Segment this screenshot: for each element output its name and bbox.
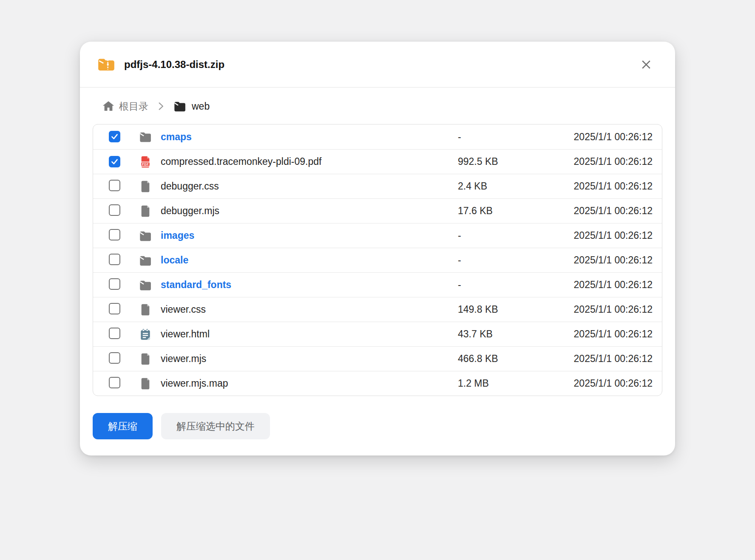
check-icon [110,157,119,166]
file-table: PDF cmaps - 2025/1/1 00:26:12 [93,124,662,396]
dialog-title: pdfjs-4.10.38-dist.zip [124,59,638,71]
entry-size: - [458,230,555,241]
entry-name[interactable]: locale [161,255,458,266]
dialog-header: pdfjs-4.10.38-dist.zip [80,42,675,88]
folder-icon [139,278,152,292]
entry-name[interactable]: images [161,230,458,241]
entry-size: - [458,131,555,143]
entry-date: 2025/1/1 00:26:12 [555,156,653,167]
row-checkbox[interactable] [109,254,120,265]
table-row[interactable]: PDF compressed.tracemonkey-pldi-09.pd [93,149,662,174]
checkbox-cell [109,204,139,218]
entry-name[interactable]: compressed.tracemonkey-pldi-09.pdf [161,156,458,167]
file-icon [139,204,152,218]
row-checkbox[interactable] [109,229,120,240]
checkbox-cell [109,156,139,168]
entry-name[interactable]: viewer.css [161,304,458,315]
entry-date: 2025/1/1 00:26:12 [555,181,653,192]
checkbox-cell [109,328,139,341]
entry-date: 2025/1/1 00:26:12 [555,378,653,389]
row-checkbox[interactable] [109,352,120,364]
zip-viewer-dialog: pdfjs-4.10.38-dist.zip 根目录 [80,42,675,455]
entry-name[interactable]: cmaps [161,131,458,143]
dialog-content: 根目录 web [80,99,675,455]
entry-date: 2025/1/1 00:26:12 [555,255,653,266]
table-row[interactable]: PDF viewer.html 43.7 KB 2025/ [93,322,662,346]
entry-date: 2025/1/1 00:26:12 [555,205,653,217]
entry-date: 2025/1/1 00:26:12 [555,230,653,241]
row-checkbox[interactable] [109,131,120,142]
entry-name[interactable]: viewer.mjs.map [161,378,458,389]
file-icon [139,377,152,390]
entry-size: 149.8 KB [458,304,555,315]
html-file-icon [139,328,152,341]
table-row[interactable]: PDF standard_fonts - 2025/1/1 [93,272,662,297]
table-row[interactable]: PDF images - 2025/1/1 00:26:1 [93,223,662,248]
file-icon [139,180,152,193]
entry-date: 2025/1/1 00:26:12 [555,328,653,340]
checkbox-cell [109,377,139,390]
entry-date: 2025/1/1 00:26:12 [555,131,653,143]
checkbox-cell [109,352,139,365]
checkbox-cell [109,303,139,316]
entry-size: - [458,255,555,266]
svg-text:PDF: PDF [142,162,149,166]
entry-size: 1.2 MB [458,378,555,389]
table-row[interactable]: PDF cmaps - 2025/1/1 00:26:12 [93,124,662,149]
breadcrumb: 根目录 web [102,99,662,113]
folder-icon [139,130,152,144]
pdf-file-icon: PDF [139,155,152,169]
row-checkbox[interactable] [109,180,120,191]
checkbox-cell [109,131,139,143]
table-row[interactable]: PDF locale - 2025/1/1 00:26:1 [93,248,662,272]
entry-size: 2.4 KB [458,181,555,192]
table-row[interactable]: PDF debugger.mjs 17.6 KB 2025 [93,198,662,223]
entry-name[interactable]: standard_fonts [161,279,458,291]
row-checkbox[interactable] [109,278,120,290]
checkbox-cell [109,278,139,291]
chevron-right-icon [155,101,166,112]
entry-date: 2025/1/1 00:26:12 [555,304,653,315]
entry-size: 466.8 KB [458,353,555,365]
folder-icon [139,254,152,267]
entry-size: 992.5 KB [458,156,555,167]
table-row[interactable]: PDF debugger.css 2.4 KB 2025/ [93,174,662,198]
breadcrumb-root[interactable]: 根目录 [119,100,148,113]
entry-name[interactable]: viewer.html [161,328,458,340]
entry-name[interactable]: debugger.css [161,181,458,192]
table-row[interactable]: PDF viewer.mjs 466.8 KB 2025/ [93,346,662,371]
entry-name[interactable]: viewer.mjs [161,353,458,365]
checkbox-cell [109,229,139,242]
extract-all-button[interactable]: 解压缩 [93,413,153,439]
zip-folder-icon [97,57,116,73]
folder-icon [139,229,152,243]
close-icon [640,58,653,71]
checkbox-cell [109,180,139,193]
table-row[interactable]: PDF viewer.mjs.map 1.2 MB 202 [93,371,662,396]
breadcrumb-current-folder: web [192,101,210,112]
extract-selected-button[interactable]: 解压缩选中的文件 [161,413,270,439]
row-checkbox[interactable] [109,328,120,339]
file-icon [139,352,152,366]
entry-size: 17.6 KB [458,205,555,217]
row-checkbox[interactable] [109,303,120,314]
entry-size: 43.7 KB [458,328,555,340]
entry-size: - [458,279,555,291]
checkbox-cell [109,254,139,267]
close-button[interactable] [638,56,655,73]
row-checkbox[interactable] [109,156,120,167]
check-icon [110,132,119,141]
home-icon[interactable] [102,100,115,113]
entry-date: 2025/1/1 00:26:12 [555,279,653,291]
entry-name[interactable]: debugger.mjs [161,205,458,217]
file-icon [139,303,152,317]
entry-date: 2025/1/1 00:26:12 [555,353,653,365]
dialog-footer: 解压缩 解压缩选中的文件 [93,413,662,439]
row-checkbox[interactable] [109,204,120,216]
folder-icon [173,99,187,113]
table-row[interactable]: PDF viewer.css 149.8 KB 2025/ [93,297,662,322]
row-checkbox[interactable] [109,377,120,388]
